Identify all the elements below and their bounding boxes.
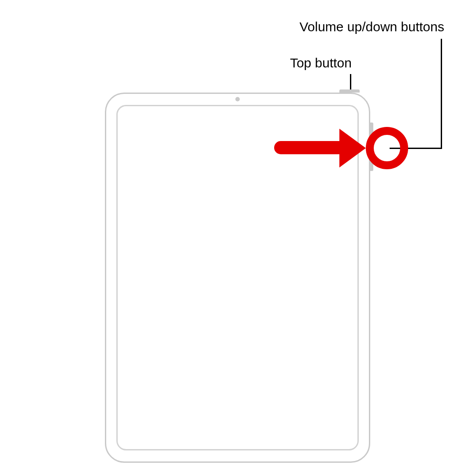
highlight-circle-icon: [366, 127, 408, 169]
diagram-canvas: Volume up/down buttons Top button: [0, 0, 476, 476]
ipad-front-camera: [235, 97, 240, 101]
ipad-top-button: [339, 89, 360, 93]
arrow-head-icon: [339, 129, 366, 167]
ipad-screen: [116, 105, 359, 450]
label-top-button: Top button: [290, 56, 352, 71]
label-volume-buttons: Volume up/down buttons: [299, 19, 444, 34]
arrow-shaft: [274, 141, 348, 154]
leader-line-volume-vertical: [441, 39, 442, 149]
